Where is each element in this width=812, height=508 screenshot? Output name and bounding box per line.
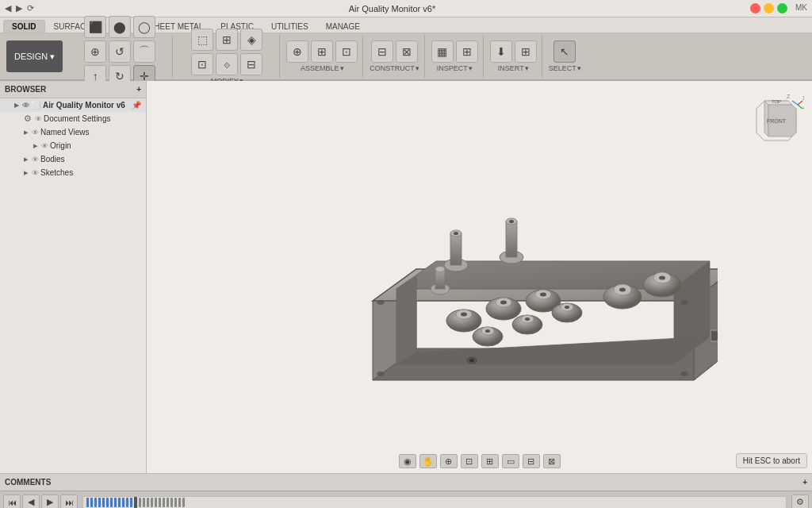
timeline-tick[interactable] [178,498,181,507]
timeline-tick[interactable] [126,498,128,507]
inspect-measure-btn[interactable]: ▦ [431,40,454,63]
window-controls[interactable]: MK [750,3,807,13]
pin-icon[interactable]: 📌 [132,101,141,110]
browser-expand-icon[interactable]: + [136,85,141,94]
grid-btn[interactable]: ⊟ [523,454,540,468]
construct-axis-btn[interactable]: ⊠ [396,40,418,63]
svg-point-11 [680,371,688,376]
insert-derive-btn[interactable]: ⬇ [490,40,512,63]
timeline-tick[interactable] [170,498,173,507]
assemble-new-component-btn[interactable]: ⊕ [286,40,308,63]
timeline-tick[interactable] [130,498,132,507]
insert-label[interactable]: INSERT▾ [498,64,529,72]
modify-chamfer-btn[interactable]: ◈ [240,29,262,51]
timeline-tick[interactable] [139,498,141,507]
bodies-eye-icon[interactable]: 👁 [32,156,39,164]
svg-point-43 [659,276,665,280]
timeline-bar[interactable] [82,496,787,509]
toolbar-group-assemble: ⊕ ⊞ ⊡ ASSEMBLE▾ [282,35,363,78]
insert-icons: ⬇ ⊞ [490,40,537,63]
fit-btn[interactable]: ⊡ [461,454,478,468]
timeline-tick[interactable] [155,498,157,507]
timeline-tick[interactable] [114,498,117,507]
select-label[interactable]: SELECT▾ [549,64,581,72]
tab-solid[interactable]: SOLID [3,20,45,33]
pan-btn[interactable]: ✋ [419,454,437,468]
timeline-tick[interactable] [163,498,165,507]
sections-btn[interactable]: ⊠ [543,454,561,468]
timeline-tick[interactable] [86,498,89,507]
browser-item-doc-settings[interactable]: ⚙ 👁 Document Settings [0,112,146,125]
assemble-rigid-group-btn[interactable]: ⊡ [335,40,358,63]
timeline-tick[interactable] [159,498,161,507]
comments-expand-icon[interactable]: + [802,478,807,487]
close-button[interactable] [750,3,760,13]
timeline-tick[interactable] [102,498,105,507]
orbit-btn[interactable]: ◉ [399,454,416,468]
browser-item-root[interactable]: ▸ 👁 ⬜ Air Quality Monitor v6 📌 [0,98,146,112]
timeline-tick[interactable] [90,498,93,507]
sketches-eye-icon[interactable]: 👁 [32,169,39,177]
timeline-tick[interactable] [94,498,97,507]
minimize-button[interactable] [764,3,774,13]
inspect-label[interactable]: INSPECT▾ [437,64,473,72]
create-box-btn[interactable]: ⬛ [84,16,106,38]
user-icon[interactable]: MK [795,3,807,13]
doc-settings-eye-icon[interactable]: 👁 [35,115,42,123]
visibility-icon[interactable]: 👁 [22,102,29,110]
titlebar-left-icons[interactable]: ◀ ▶ ⟳ [5,3,34,13]
named-views-eye-icon[interactable]: 👁 [32,129,39,137]
tab-manage[interactable]: MANAGE [317,20,369,33]
modify-fillet-btn[interactable]: ⊞ [216,29,238,51]
timeline-tick[interactable] [174,498,177,507]
modify-shell-btn[interactable]: ⊡ [191,53,213,75]
modify-draft-btn[interactable]: ⟐ [216,53,238,75]
browser-item-root-label: Air Quality Monitor v6 [43,101,125,110]
timeline-tick[interactable] [167,498,169,507]
insert-canvas-btn[interactable]: ⊞ [515,40,537,63]
zoom-window-btn[interactable]: ⊞ [481,454,499,468]
modify-scale-btn[interactable]: ⊟ [240,53,262,75]
timeline-tick[interactable] [122,498,124,507]
create-cylinder-btn[interactable]: ⬤ [109,16,131,38]
timeline-tick[interactable] [182,498,185,507]
timeline-tick[interactable] [118,498,121,507]
origin-eye-icon[interactable]: 👁 [41,142,48,150]
timeline-tick[interactable] [147,498,149,507]
design-button[interactable]: DESIGN ▾ [6,40,63,72]
viewport[interactable]: FRONT TOP X Y Z ◉ ✋ ⊕ ⊡ ⊞ ▭ ⊟ [147,81,812,473]
create-coil-btn[interactable]: ↺ [109,40,131,63]
create-pipe-btn[interactable]: ⌒ [133,40,155,63]
browser-item-origin[interactable]: ▸ 👁 Origin [0,139,146,152]
browser-item-named-views[interactable]: ▸ 👁 Named Views [0,125,146,139]
timeline-tick[interactable] [151,498,153,507]
modify-press-pull-btn[interactable]: ⬚ [191,29,213,51]
timeline-tick[interactable] [106,498,109,507]
zoom-btn[interactable]: ⊕ [440,454,458,468]
view-cube[interactable]: FRONT TOP X Y Z [749,89,804,144]
timeline-tick[interactable] [98,498,101,507]
select-btn[interactable]: ↖ [553,40,576,63]
assemble-joint-btn[interactable]: ⊞ [311,40,333,63]
play-btn[interactable]: ▶ [41,495,59,509]
timeline-tick[interactable] [110,498,113,507]
construct-label[interactable]: CONSTRUCT▾ [370,64,419,72]
maximize-button[interactable] [777,3,787,13]
inspect-section-analysis-btn[interactable]: ⊞ [456,40,478,63]
play-back-btn[interactable]: ◀ [22,495,40,509]
timeline-tick[interactable] [143,498,145,507]
step-fwd-btn[interactable]: ⏭ [60,495,78,509]
timeline-playhead[interactable] [134,497,137,508]
display-mode-btn[interactable]: ▭ [502,454,519,468]
create-torus-btn[interactable]: ⊕ [84,40,106,63]
browser-item-bodies[interactable]: ▸ 👁 Bodies [0,152,146,166]
step-back-btn[interactable]: ⏮ [3,495,21,509]
assemble-label[interactable]: ASSEMBLE▾ [301,64,344,72]
construct-offset-plane-btn[interactable]: ⊟ [371,40,393,63]
forward-icon[interactable]: ▶ [16,3,22,13]
timeline-settings-btn[interactable]: ⚙ [791,495,809,509]
create-sphere-btn[interactable]: ◯ [133,16,155,38]
browser-item-sketches[interactable]: ▸ 👁 Sketches [0,166,146,179]
refresh-icon[interactable]: ⟳ [27,3,34,13]
back-icon[interactable]: ◀ [5,3,11,13]
